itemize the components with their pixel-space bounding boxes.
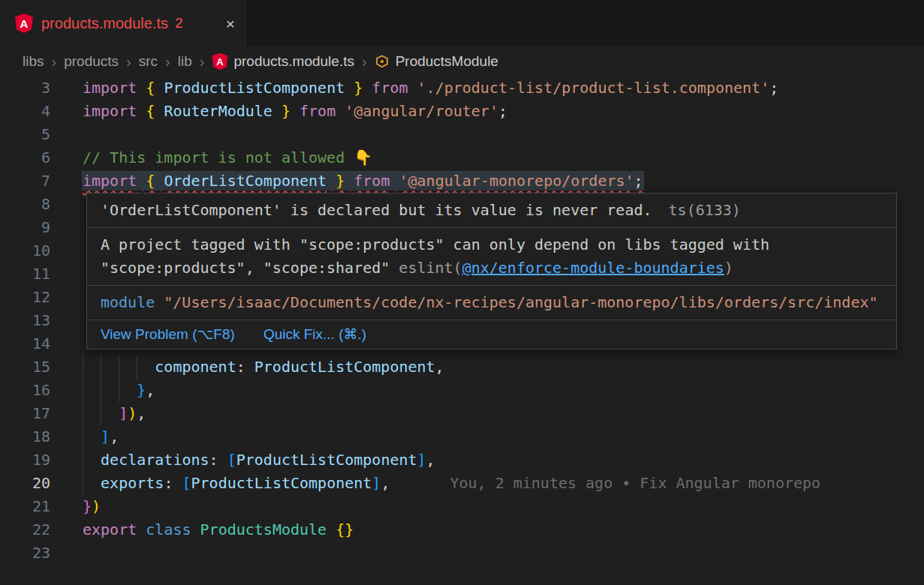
line-number[interactable]: 9	[0, 216, 50, 239]
breadcrumb-item-products[interactable]: products	[64, 53, 119, 70]
close-icon[interactable]: ×	[226, 16, 235, 32]
code-token	[155, 172, 164, 190]
code-line: 22export class ProductsModule {}	[0, 518, 924, 542]
line-number[interactable]: 23	[0, 542, 50, 565]
line-number[interactable]: 20	[0, 472, 50, 495]
hover-ts-diagnostic: 'OrderListComponent' is declared but its…	[87, 194, 896, 227]
code-token	[191, 520, 200, 538]
code-token	[327, 520, 336, 538]
code-line: 19declarations: [ProductListComponent],	[0, 448, 924, 472]
breadcrumb-separator: ›	[126, 53, 131, 70]
code-text: export class ProductsModule {}	[50, 518, 354, 542]
code-token	[408, 79, 417, 97]
code-line: 4import { RouterModule } from '@angular/…	[0, 100, 924, 123]
diagnostic-highlight: import { OrderListComponent } from '@ang…	[83, 172, 643, 190]
code-token: component	[155, 358, 236, 376]
tab-products-module-ts[interactable]: products.module.ts 2 ×	[0, 0, 248, 46]
code-text: // This import is not allowed 👇	[50, 146, 372, 170]
code-token: }	[354, 79, 363, 97]
indent-guide	[83, 425, 101, 448]
code-token	[290, 102, 299, 120]
hover-actions: View Problem (⌥F8) Quick Fix... (⌘.)	[87, 320, 896, 349]
tab-title: products.module.ts	[41, 15, 168, 32]
line-number[interactable]: 13	[0, 309, 50, 332]
code-text	[50, 193, 83, 216]
indent-guide	[137, 356, 155, 379]
code-line: 17]),	[0, 402, 924, 425]
line-number[interactable]: 17	[0, 402, 50, 425]
code-text: },	[50, 379, 155, 402]
code-token: {	[146, 102, 155, 120]
breadcrumb-item-libs[interactable]: libs	[23, 53, 44, 70]
breadcrumb-item-products-module-ts[interactable]: products.module.ts	[212, 53, 354, 70]
breadcrumb-separator: ›	[200, 53, 205, 70]
breadcrumb-item-productsmodule[interactable]: ProductsModule	[375, 53, 498, 70]
code-text	[50, 309, 83, 332]
code-line: 20exports: [ProductListComponent],You, 2…	[0, 472, 924, 495]
view-problem-button[interactable]: View Problem (⌥F8)	[101, 326, 235, 343]
line-number[interactable]: 19	[0, 448, 50, 472]
line-number[interactable]: 8	[0, 193, 50, 216]
indent-guide	[119, 379, 137, 402]
code-token	[155, 102, 164, 120]
line-number[interactable]: 14	[0, 332, 50, 356]
code-token: ,	[381, 474, 390, 492]
indent-guide	[83, 379, 101, 402]
code-text: import { ProductListComponent } from './…	[50, 76, 778, 100]
tab-problem-count: 2	[175, 15, 183, 32]
line-number[interactable]: 12	[0, 286, 50, 309]
code-token: }	[137, 381, 146, 399]
code-token: :	[164, 474, 182, 492]
code-token: './product-list/product-list.component'	[417, 79, 770, 97]
quick-fix-button[interactable]: Quick Fix... (⌘.)	[263, 326, 366, 343]
breadcrumb-label: ProductsModule	[396, 53, 498, 70]
line-number[interactable]: 15	[0, 356, 50, 379]
code-token: :	[209, 451, 227, 469]
code-line: 18],	[0, 425, 924, 448]
breadcrumb-item-lib[interactable]: lib	[178, 53, 192, 70]
symbol-class-icon	[375, 54, 390, 69]
code-text: component: ProductListComponent,	[50, 356, 444, 379]
breadcrumb-item-src[interactable]: src	[139, 53, 158, 70]
line-number[interactable]: 4	[0, 100, 50, 123]
code-text: exports: [ProductListComponent],You, 2 m…	[50, 472, 820, 495]
line-number[interactable]: 5	[0, 123, 50, 146]
line-number[interactable]: 11	[0, 262, 50, 286]
line-number[interactable]: 18	[0, 425, 50, 448]
code-line: 5	[0, 123, 924, 146]
line-number[interactable]: 10	[0, 239, 50, 262]
code-token	[345, 172, 354, 190]
code-token: [	[182, 474, 191, 492]
indent-guide	[83, 448, 101, 472]
code-text: import { OrderListComponent } from '@ang…	[50, 170, 643, 193]
line-number[interactable]: 22	[0, 518, 50, 542]
eslint-rule-link[interactable]: @nx/enforce-module-boundaries	[462, 259, 724, 277]
code-token	[345, 79, 354, 97]
code-token	[137, 79, 146, 97]
code-token: from	[299, 102, 336, 120]
ts-diagnostic-code: ts(6133)	[669, 201, 741, 219]
module-keyword: module	[101, 293, 155, 311]
line-number[interactable]: 6	[0, 146, 50, 170]
code-token: import	[83, 172, 137, 190]
line-number[interactable]: 7	[0, 170, 50, 193]
breadcrumb-label: products	[64, 53, 119, 70]
code-token	[272, 102, 281, 120]
code-text	[50, 239, 83, 262]
line-number[interactable]: 16	[0, 379, 50, 402]
git-blame-annotation: You, 2 minutes ago • Fix Angular monorep…	[450, 474, 820, 492]
code-token: ;	[769, 79, 778, 97]
code-token: from	[372, 79, 408, 97]
vscode-window: products.module.ts 2 × libs›products›src…	[0, 0, 924, 585]
code-line: 21})	[0, 495, 924, 518]
indent-guide	[101, 402, 119, 425]
indent-guide	[101, 379, 119, 402]
indent-guide	[83, 356, 101, 379]
code-token: ]	[417, 451, 426, 469]
line-number[interactable]: 21	[0, 495, 50, 518]
angular-icon	[15, 14, 33, 33]
indent-guide	[83, 402, 101, 425]
line-number[interactable]: 3	[0, 76, 50, 100]
code-token: ProductListComponent	[191, 474, 372, 492]
code-token: :	[236, 358, 254, 376]
